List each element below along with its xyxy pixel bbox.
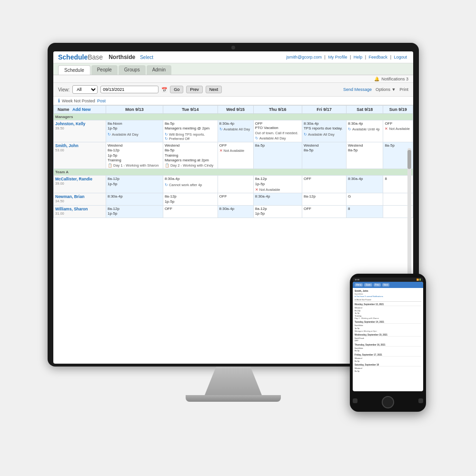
phone-content: Smith, John NorthSide ● You have 3 unrea… — [353, 288, 423, 374]
phone-day-header: Thursday, September 16, 2021 — [355, 344, 421, 347]
date-input[interactable] — [100, 86, 159, 93]
shift-cell: Westend8a-5p — [302, 142, 346, 169]
print-button[interactable]: Print — [399, 87, 408, 92]
phone-day-header: Wednesday, September 15, 2021 — [355, 334, 421, 337]
app-header: ScheduleBase Northside Select jsmith@gco… — [53, 51, 413, 63]
calendar-icon[interactable]: 📅 — [161, 87, 167, 92]
phone-shift-item: NorthSide8a-5p — [355, 347, 421, 352]
phone-save-btn[interactable]: Save — [364, 283, 372, 287]
scene: ScheduleBase Northside Select jsmith@gco… — [24, 24, 452, 452]
shift-cell: OFF — [302, 176, 346, 193]
phone-home-button[interactable] — [382, 396, 394, 408]
phone-prev-btn[interactable]: Prev — [374, 283, 381, 287]
next-button[interactable]: Next — [206, 86, 222, 93]
shift-cell: 8:30a-4p ↻ Cannot work after 4p — [163, 176, 218, 193]
phone-day-header: Friday, September 17, 2021 — [355, 354, 421, 357]
info-icon: ℹ — [58, 98, 60, 103]
shift-cell: OFF — [302, 205, 346, 218]
table-row: Newman, Brian 34.50 8:30a-4p 8a-12p1p-5p — [54, 193, 413, 206]
phone-status-right: 📶🔋 — [416, 278, 421, 281]
employee-name-cell: Smith, John 53.00 — [54, 142, 106, 169]
table-row: Johnston, Kelly 39.50 8a-Noon1p-5p ↻ Ava… — [54, 120, 413, 142]
phone: 10:00 📶🔋 Menu Save Prev Next Smith, John… — [350, 274, 426, 412]
toolbar-left: View: All 📅 Go Prev Next — [58, 85, 222, 94]
shift-cell: 8a-5pManagers meeting @ 2pm ↻ Will Bring… — [163, 120, 218, 142]
name-column-header: Name Add New — [54, 106, 106, 114]
phone-day-header: Tuesday, September 14, 2021 — [355, 321, 421, 324]
phone-day-section: Monday, September 13, 2021 Westend8a-12p… — [355, 303, 421, 319]
tab-groups[interactable]: Groups — [119, 65, 146, 75]
employee-name-cell: McCallister, Randie 39.00 — [54, 176, 106, 193]
shift-cell: 8:30a-4p ↻ Available Until 4p — [346, 120, 383, 142]
toolbar-right: Send Message Options ▼ Print — [343, 87, 408, 92]
add-new-link[interactable]: Add New — [72, 107, 91, 112]
employee-name[interactable]: Johnston, Kelly — [55, 121, 104, 126]
shift-cell: 8a-12p1p-5p ✕ Not Available — [253, 176, 302, 193]
user-email: jsmith@gcorp.com — [286, 55, 322, 60]
day-header-3: Thu 9/16 — [253, 106, 302, 114]
view-select[interactable]: All — [72, 85, 98, 94]
my-profile-link[interactable]: My Profile — [328, 55, 347, 60]
phone-week-not-posted: ● Week Not Posted — [355, 298, 421, 302]
shift-cell: 8 — [346, 205, 383, 218]
employee-name-cell: Williams, Sharon 31.00 — [54, 205, 106, 218]
shift-cell: 8:30a-4p — [218, 205, 253, 218]
shift-cell: 8a-12p1p-5p — [106, 205, 163, 218]
shift-cell: OFF — [218, 193, 253, 206]
view-label: View: — [58, 87, 69, 92]
week-not-posted-text: Week Not Posted — [62, 99, 95, 103]
tab-people[interactable]: People — [91, 65, 118, 75]
send-message-button[interactable]: Send Message — [343, 87, 372, 92]
shift-cell: Westend8a-5pTrainingManagers meeting at … — [163, 142, 218, 169]
tab-schedule[interactable]: Schedule — [58, 65, 90, 75]
app-tabs: Schedule People Groups Admin — [53, 63, 413, 75]
options-button[interactable]: Options ▼ — [376, 87, 396, 92]
phone-shift-item: Westend8a-12p1p-5pTraining — [355, 307, 421, 317]
phone-day-section: Friday, September 17, 2021 Westend8a-5p — [355, 354, 421, 362]
phone-back-btn[interactable] — [353, 398, 357, 403]
phone-menu-btn[interactable]: Menu — [355, 283, 363, 287]
phone-next-btn[interactable]: Next — [382, 283, 389, 287]
group-label-teama: Team A — [54, 169, 413, 176]
employee-name[interactable]: McCallister, Randie — [55, 177, 104, 181]
shift-cell: OFF ✕ Not Available — [218, 142, 253, 169]
shift-cell: Westend8a-12p1p-5pTraining 📋 Day 1 - Wor… — [106, 142, 163, 169]
monitor-stand — [205, 367, 262, 395]
phone-employee-name: Smith, John — [355, 289, 421, 292]
employee-hours: 39.50 — [55, 126, 104, 130]
phone-day-section: Thursday, September 16, 2021 NorthSide8a… — [355, 344, 421, 352]
phone-day-section: Tuesday, September 14, 2021 NorthSide1p-… — [355, 321, 421, 332]
phone-day-section: Saturday, September 18 Westend8a-5p — [355, 364, 421, 372]
employee-name[interactable]: Smith, John — [55, 143, 104, 148]
go-button[interactable]: Go — [170, 86, 183, 93]
scroll-indicator[interactable] — [407, 148, 411, 291]
tab-admin[interactable]: Admin — [147, 65, 171, 75]
brand-location: Northside — [109, 54, 135, 60]
post-link[interactable]: Post — [97, 99, 106, 103]
phone-day-header: Saturday, September 18 — [355, 364, 421, 367]
shift-cell: Westend8a-5p — [346, 142, 383, 169]
shift-cell: OFF ✕ Not Available — [383, 120, 413, 142]
monitor-base — [186, 395, 281, 402]
notification-icon: 🔔 — [374, 77, 379, 81]
logout-link[interactable]: Logout — [394, 55, 407, 60]
app-user-nav: jsmith@gcorp.com | My Profile | Help | F… — [285, 55, 408, 60]
phone-screen: Menu Save Prev Next Smith, John NorthSid… — [353, 282, 423, 391]
employee-hours: 53.00 — [55, 148, 104, 152]
feedback-link[interactable]: Feedback — [369, 55, 388, 60]
employee-name[interactable]: Williams, Sharon — [55, 207, 104, 211]
shift-cell: 8:30a-4p — [253, 193, 302, 206]
phone-status-left: 10:00 — [355, 278, 359, 281]
help-link[interactable]: Help — [354, 55, 363, 60]
week-posted-bar: ℹ Week Not Posted Post — [53, 97, 413, 105]
shift-cell: 8:30a-4pTPS reports due today. ↻ Availab… — [302, 120, 346, 142]
day-header-6: Sun 9/19 — [383, 106, 413, 114]
group-label-managers: Managers — [54, 114, 413, 120]
phone-menu-btn-hw[interactable] — [418, 398, 423, 403]
employee-hours: 34.50 — [55, 199, 104, 203]
prev-button[interactable]: Prev — [186, 86, 203, 93]
shift-cell: 8a-5p — [253, 142, 302, 169]
shift-cell: 8a-Noon1p-5p ↻ Available All Day — [106, 120, 163, 142]
brand-select-link[interactable]: Select — [140, 55, 153, 60]
employee-name[interactable]: Newman, Brian — [55, 194, 104, 199]
